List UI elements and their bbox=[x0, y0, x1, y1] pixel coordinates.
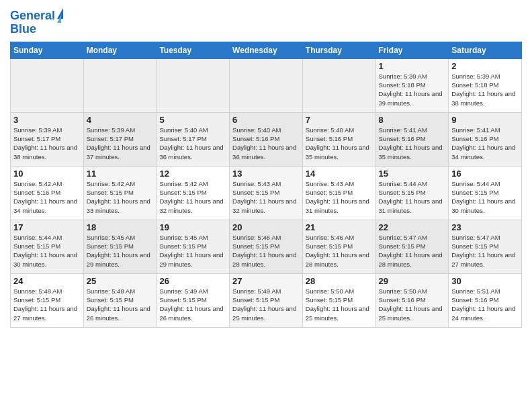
day-info: Sunrise: 5:44 AMSunset: 5:15 PMDaylight:… bbox=[13, 233, 81, 269]
day-info: Sunrise: 5:41 AMSunset: 5:16 PMDaylight:… bbox=[379, 126, 446, 161]
day-number: 15 bbox=[379, 169, 446, 179]
calendar-day-cell: 29Sunrise: 5:50 AMSunset: 5:16 PMDayligh… bbox=[375, 273, 449, 327]
calendar-day-cell bbox=[157, 58, 230, 112]
day-info: Sunrise: 5:47 AMSunset: 5:15 PMDaylight:… bbox=[379, 233, 446, 269]
calendar-day-cell: 9Sunrise: 5:41 AMSunset: 5:16 PMDaylight… bbox=[449, 112, 522, 166]
calendar-day-cell: 16Sunrise: 5:44 AMSunset: 5:15 PMDayligh… bbox=[449, 166, 522, 220]
day-number: 16 bbox=[451, 169, 519, 179]
day-number: 19 bbox=[159, 222, 226, 232]
day-number: 4 bbox=[87, 115, 154, 125]
day-info: Sunrise: 5:49 AMSunset: 5:15 PMDaylight:… bbox=[232, 287, 300, 322]
calendar-day-cell: 27Sunrise: 5:49 AMSunset: 5:15 PMDayligh… bbox=[230, 273, 303, 327]
day-number: 22 bbox=[379, 222, 446, 232]
day-number: 9 bbox=[451, 115, 519, 125]
calendar-day-cell bbox=[83, 58, 157, 112]
day-number: 8 bbox=[379, 115, 446, 125]
day-info: Sunrise: 5:40 AMSunset: 5:17 PMDaylight:… bbox=[159, 126, 226, 161]
calendar-table: SundayMondayTuesdayWednesdayThursdayFrid… bbox=[10, 42, 522, 328]
day-number: 13 bbox=[232, 169, 300, 179]
calendar-day-cell: 3Sunrise: 5:39 AMSunset: 5:17 PMDaylight… bbox=[11, 112, 84, 166]
calendar-day-cell: 28Sunrise: 5:50 AMSunset: 5:15 PMDayligh… bbox=[302, 273, 375, 327]
day-number: 12 bbox=[159, 169, 226, 179]
day-info: Sunrise: 5:43 AMSunset: 5:15 PMDaylight:… bbox=[306, 179, 373, 215]
day-number: 28 bbox=[306, 276, 373, 286]
day-number: 20 bbox=[232, 222, 300, 232]
calendar-week-row: 24Sunrise: 5:48 AMSunset: 5:15 PMDayligh… bbox=[11, 273, 522, 327]
calendar-day-cell: 13Sunrise: 5:43 AMSunset: 5:15 PMDayligh… bbox=[230, 166, 303, 220]
calendar-day-cell: 6Sunrise: 5:40 AMSunset: 5:16 PMDaylight… bbox=[230, 112, 303, 166]
calendar-day-cell: 10Sunrise: 5:42 AMSunset: 5:16 PMDayligh… bbox=[11, 166, 84, 220]
calendar-day-cell bbox=[11, 58, 84, 112]
day-info: Sunrise: 5:42 AMSunset: 5:16 PMDaylight:… bbox=[13, 179, 81, 215]
calendar-day-cell: 1Sunrise: 5:39 AMSunset: 5:18 PMDaylight… bbox=[375, 58, 449, 112]
day-info: Sunrise: 5:40 AMSunset: 5:16 PMDaylight:… bbox=[232, 126, 300, 161]
logo: General Blue bbox=[10, 9, 63, 36]
weekday-header-monday: Monday bbox=[83, 42, 157, 58]
day-number: 2 bbox=[451, 61, 519, 71]
calendar-week-row: 10Sunrise: 5:42 AMSunset: 5:16 PMDayligh… bbox=[11, 166, 522, 220]
day-info: Sunrise: 5:45 AMSunset: 5:15 PMDaylight:… bbox=[159, 233, 226, 269]
day-info: Sunrise: 5:49 AMSunset: 5:15 PMDaylight:… bbox=[159, 287, 226, 322]
calendar-week-row: 17Sunrise: 5:44 AMSunset: 5:15 PMDayligh… bbox=[11, 220, 522, 273]
day-number: 10 bbox=[13, 169, 81, 179]
calendar-day-cell: 30Sunrise: 5:51 AMSunset: 5:16 PMDayligh… bbox=[449, 273, 522, 327]
day-info: Sunrise: 5:39 AMSunset: 5:17 PMDaylight:… bbox=[87, 126, 154, 161]
calendar-day-cell: 5Sunrise: 5:40 AMSunset: 5:17 PMDaylight… bbox=[157, 112, 230, 166]
weekday-header-row: SundayMondayTuesdayWednesdayThursdayFrid… bbox=[11, 42, 522, 58]
day-info: Sunrise: 5:51 AMSunset: 5:16 PMDaylight:… bbox=[451, 287, 519, 322]
logo-text-general: General bbox=[10, 9, 55, 23]
calendar-day-cell: 2Sunrise: 5:39 AMSunset: 5:18 PMDaylight… bbox=[449, 58, 522, 112]
day-number: 26 bbox=[159, 276, 226, 286]
day-info: Sunrise: 5:46 AMSunset: 5:15 PMDaylight:… bbox=[232, 233, 300, 269]
weekday-header-sunday: Sunday bbox=[11, 42, 84, 58]
calendar-day-cell: 14Sunrise: 5:43 AMSunset: 5:15 PMDayligh… bbox=[302, 166, 375, 220]
day-number: 14 bbox=[306, 169, 373, 179]
calendar-day-cell bbox=[302, 58, 375, 112]
calendar-day-cell: 4Sunrise: 5:39 AMSunset: 5:17 PMDaylight… bbox=[83, 112, 157, 166]
calendar-day-cell: 11Sunrise: 5:42 AMSunset: 5:15 PMDayligh… bbox=[83, 166, 157, 220]
day-number: 6 bbox=[232, 115, 300, 125]
day-info: Sunrise: 5:39 AMSunset: 5:17 PMDaylight:… bbox=[13, 126, 81, 161]
logo-text-blue: Blue bbox=[10, 23, 63, 36]
calendar-week-row: 1Sunrise: 5:39 AMSunset: 5:18 PMDaylight… bbox=[11, 58, 522, 112]
day-info: Sunrise: 5:44 AMSunset: 5:15 PMDaylight:… bbox=[379, 179, 446, 215]
day-info: Sunrise: 5:39 AMSunset: 5:18 PMDaylight:… bbox=[451, 72, 519, 107]
calendar-day-cell: 22Sunrise: 5:47 AMSunset: 5:15 PMDayligh… bbox=[375, 220, 449, 273]
day-info: Sunrise: 5:39 AMSunset: 5:18 PMDaylight:… bbox=[379, 72, 446, 107]
weekday-header-friday: Friday bbox=[375, 42, 449, 58]
day-info: Sunrise: 5:43 AMSunset: 5:15 PMDaylight:… bbox=[232, 179, 300, 215]
day-number: 21 bbox=[306, 222, 373, 232]
calendar-day-cell: 18Sunrise: 5:45 AMSunset: 5:15 PMDayligh… bbox=[83, 220, 157, 273]
weekday-header-saturday: Saturday bbox=[449, 42, 522, 58]
day-number: 1 bbox=[379, 61, 446, 71]
calendar-day-cell: 23Sunrise: 5:47 AMSunset: 5:15 PMDayligh… bbox=[449, 220, 522, 273]
calendar-day-cell: 19Sunrise: 5:45 AMSunset: 5:15 PMDayligh… bbox=[157, 220, 230, 273]
day-number: 23 bbox=[451, 222, 519, 232]
header: General Blue bbox=[10, 7, 522, 36]
weekday-header-wednesday: Wednesday bbox=[230, 42, 303, 58]
calendar-week-row: 3Sunrise: 5:39 AMSunset: 5:17 PMDaylight… bbox=[11, 112, 522, 166]
day-info: Sunrise: 5:50 AMSunset: 5:16 PMDaylight:… bbox=[379, 287, 446, 322]
weekday-header-tuesday: Tuesday bbox=[157, 42, 230, 58]
day-info: Sunrise: 5:50 AMSunset: 5:15 PMDaylight:… bbox=[306, 287, 373, 322]
day-info: Sunrise: 5:48 AMSunset: 5:15 PMDaylight:… bbox=[87, 287, 154, 322]
day-info: Sunrise: 5:42 AMSunset: 5:15 PMDaylight:… bbox=[159, 179, 226, 215]
day-info: Sunrise: 5:45 AMSunset: 5:15 PMDaylight:… bbox=[87, 233, 154, 269]
calendar-day-cell: 25Sunrise: 5:48 AMSunset: 5:15 PMDayligh… bbox=[83, 273, 157, 327]
day-info: Sunrise: 5:40 AMSunset: 5:16 PMDaylight:… bbox=[306, 126, 373, 161]
calendar-day-cell: 8Sunrise: 5:41 AMSunset: 5:16 PMDaylight… bbox=[375, 112, 449, 166]
day-info: Sunrise: 5:46 AMSunset: 5:15 PMDaylight:… bbox=[306, 233, 373, 269]
day-info: Sunrise: 5:47 AMSunset: 5:15 PMDaylight:… bbox=[451, 233, 519, 269]
day-number: 25 bbox=[87, 276, 154, 286]
calendar-day-cell: 17Sunrise: 5:44 AMSunset: 5:15 PMDayligh… bbox=[11, 220, 84, 273]
day-number: 7 bbox=[306, 115, 373, 125]
day-number: 3 bbox=[13, 115, 81, 125]
day-number: 27 bbox=[232, 276, 300, 286]
day-info: Sunrise: 5:44 AMSunset: 5:15 PMDaylight:… bbox=[451, 179, 519, 215]
calendar-day-cell: 26Sunrise: 5:49 AMSunset: 5:15 PMDayligh… bbox=[157, 273, 230, 327]
day-number: 11 bbox=[87, 169, 154, 179]
weekday-header-thursday: Thursday bbox=[302, 42, 375, 58]
day-info: Sunrise: 5:48 AMSunset: 5:15 PMDaylight:… bbox=[13, 287, 81, 322]
calendar-day-cell: 12Sunrise: 5:42 AMSunset: 5:15 PMDayligh… bbox=[157, 166, 230, 220]
day-info: Sunrise: 5:41 AMSunset: 5:16 PMDaylight:… bbox=[451, 126, 519, 161]
